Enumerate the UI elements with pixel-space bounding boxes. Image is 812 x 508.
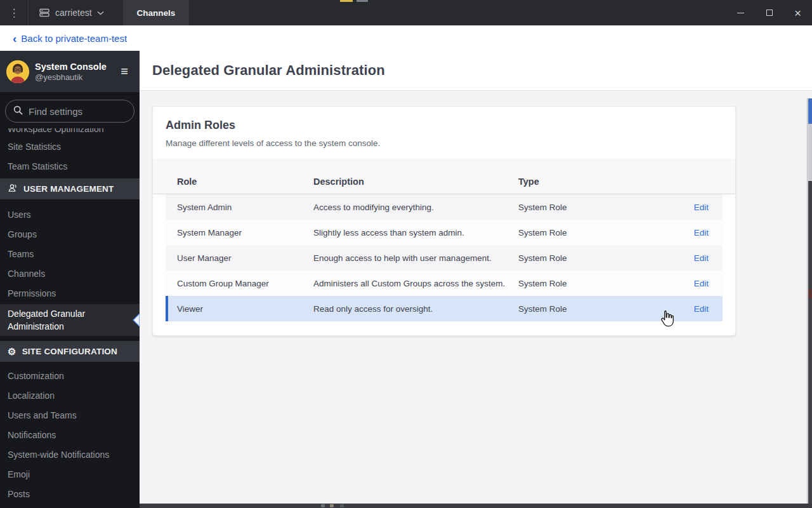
server-name: carrietest: [55, 8, 92, 18]
edit-link[interactable]: Edit: [694, 203, 709, 212]
user-management-icon: [8, 183, 18, 195]
selected-item-arrow-icon: [133, 314, 140, 330]
section-label: SITE CONFIGURATION: [22, 347, 117, 356]
back-link[interactable]: ‹ Back to private-team-test: [13, 33, 127, 44]
column-header-type: Type: [518, 177, 673, 187]
edit-link[interactable]: Edit: [694, 304, 709, 314]
card-header: Admin Roles Manage different levels of a…: [153, 107, 735, 159]
cell-description: Access to modifying everything.: [313, 203, 518, 212]
search-input[interactable]: [29, 106, 124, 117]
sidebar-item-users-and-teams[interactable]: Users and Teams: [0, 406, 140, 425]
sidebar-item-channels[interactable]: Channels: [0, 264, 140, 284]
close-icon: ×: [794, 7, 801, 19]
sidebar-item-workspace-optimization[interactable]: Workspace Optimization: [0, 128, 140, 137]
sidebar-item-system-wide-notifications[interactable]: System-wide Notifications: [0, 445, 140, 465]
maximize-button[interactable]: [755, 0, 783, 25]
edge-segment: [808, 181, 812, 289]
sidebar-item-notifications[interactable]: Notifications: [0, 425, 140, 445]
table-row-user-manager[interactable]: User Manager Enough access to help with …: [166, 245, 723, 271]
cell-role: System Admin: [177, 203, 313, 212]
gear-icon: ⚙: [8, 346, 16, 358]
edit-link[interactable]: Edit: [694, 253, 709, 263]
section-user-management[interactable]: USER MANAGEMENT: [0, 178, 140, 199]
sidebar-item-groups[interactable]: Groups: [0, 225, 140, 244]
search-icon: [13, 105, 23, 117]
card-title: Admin Roles: [166, 119, 723, 132]
cell-description: Read only access for oversight.: [313, 304, 518, 314]
cell-role: System Manager: [177, 228, 313, 237]
console-username: @yesbhautik: [35, 72, 115, 83]
edit-link[interactable]: Edit: [694, 228, 709, 237]
sidebar-item-users[interactable]: Users: [0, 205, 140, 225]
edge-segment: [808, 298, 812, 508]
sidebar-header-titles: System Console @yesbhautik: [35, 61, 115, 83]
back-bar: ‹ Back to private-team-test: [0, 25, 812, 51]
site-configuration-group: Customization Localization Users and Tea…: [0, 362, 140, 508]
background-window-peek: [340, 0, 353, 2]
settings-search-box[interactable]: [5, 100, 134, 123]
background-window-edge: [807, 98, 812, 508]
cell-action: Edit: [673, 279, 723, 288]
table-row-custom-group-manager[interactable]: Custom Group Manager Administers all Cus…: [166, 271, 723, 296]
cell-action: Edit: [673, 253, 723, 263]
cell-action: Edit: [673, 228, 723, 237]
minimize-icon: [737, 13, 744, 13]
sidebar-item-team-statistics[interactable]: Team Statistics: [0, 157, 140, 177]
cell-action: Edit: [673, 304, 723, 314]
edge-dot: [321, 504, 325, 507]
cell-type: System Role: [518, 253, 673, 263]
cell-role: User Manager: [177, 253, 313, 263]
card-footer: [153, 321, 735, 335]
sidebar-item-site-statistics[interactable]: Site Statistics: [0, 137, 140, 157]
kebab-menu-icon[interactable]: ⋮: [0, 0, 28, 25]
edge-dot: [340, 504, 344, 507]
sidebar-item-emoji[interactable]: Emoji: [0, 465, 140, 485]
table-row-system-admin[interactable]: System Admin Access to modifying everyth…: [166, 194, 723, 220]
tab-channels[interactable]: Channels: [123, 0, 190, 25]
sidebar-item-file-sharing-and-downloads[interactable]: File Sharing and Downloads: [0, 504, 140, 508]
console-sidebar: System Console @yesbhautik ≡ Workspace O…: [0, 51, 140, 508]
main-content: Delegated Granular Administration Admin …: [140, 51, 812, 508]
console-title: System Console: [35, 61, 115, 72]
section-label: USER MANAGEMENT: [23, 184, 114, 194]
edge-dot: [330, 504, 334, 507]
server-selector[interactable]: carrietest: [29, 0, 113, 25]
cell-description: Administers all Custom Groups across the…: [313, 279, 518, 288]
column-header-description: Description: [313, 177, 518, 187]
maximize-icon: [766, 10, 773, 16]
cell-type: System Role: [518, 203, 673, 212]
minimize-button[interactable]: [726, 0, 755, 25]
hamburger-menu-icon[interactable]: ≡: [115, 64, 133, 79]
card-description: Manage different levels of access to the…: [166, 138, 723, 148]
section-site-configuration[interactable]: ⚙ SITE CONFIGURATION: [0, 341, 140, 362]
column-header-role: Role: [177, 177, 313, 187]
sidebar-item-localization[interactable]: Localization: [0, 386, 140, 406]
cell-description: Slightly less access than system admin.: [313, 228, 518, 237]
chevron-down-icon: [97, 11, 104, 15]
sidebar-item-customization[interactable]: Customization: [0, 366, 140, 386]
avatar[interactable]: [6, 60, 29, 83]
back-chevron-icon: ‹: [13, 34, 16, 43]
sidebar-item-teams[interactable]: Teams: [0, 244, 140, 264]
table-body: System Admin Access to modifying everyth…: [166, 194, 723, 321]
table-header-row: Role Description Type: [153, 159, 735, 194]
sidebar-search-wrap: [0, 92, 140, 128]
sidebar-item-posts[interactable]: Posts: [0, 485, 140, 504]
close-button[interactable]: ×: [783, 0, 812, 25]
server-icon: [39, 7, 50, 18]
table-row-viewer[interactable]: Viewer Read only access for oversight. S…: [166, 296, 723, 321]
table-row-system-manager[interactable]: System Manager Slightly less access than…: [166, 220, 723, 245]
sidebar-item-permissions[interactable]: Permissions: [0, 284, 140, 304]
cell-type: System Role: [518, 304, 673, 314]
user-management-group: Users Groups Teams Channels Permissions …: [0, 199, 140, 337]
sidebar-item-delegated-granular-administration[interactable]: Delegated Granular Administration: [0, 304, 140, 336]
edit-link[interactable]: Edit: [694, 279, 709, 288]
app-window: ⋮ carrietest Channels × ‹ Back to privat…: [0, 0, 812, 508]
cell-action: Edit: [673, 203, 723, 212]
page-titlebar: Delegated Granular Administration: [140, 51, 812, 91]
selected-item-label: Delegated Granular Administration: [8, 309, 85, 331]
cell-type: System Role: [518, 228, 673, 237]
window-titlebar: ⋮ carrietest Channels ×: [0, 0, 812, 25]
sidebar-header: System Console @yesbhautik ≡: [0, 51, 140, 92]
background-window-peek: [357, 0, 368, 2]
